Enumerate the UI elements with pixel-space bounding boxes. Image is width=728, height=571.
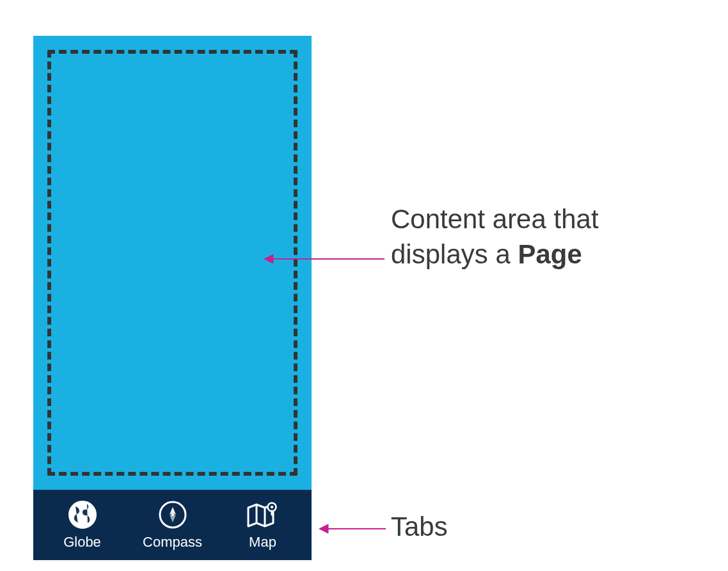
callout-arrow-content	[263, 249, 386, 269]
tab-compass[interactable]: Compass	[127, 499, 218, 551]
phone-frame: Globe Compass	[33, 36, 312, 560]
svg-marker-13	[319, 524, 328, 533]
svg-point-9	[270, 506, 273, 508]
callout-text-line2: displays a Page	[391, 237, 599, 272]
tab-label: Globe	[63, 534, 101, 551]
compass-icon	[158, 499, 187, 530]
globe-icon	[68, 499, 97, 530]
map-icon	[246, 499, 280, 530]
tab-label: Map	[249, 534, 276, 551]
svg-point-5	[171, 513, 174, 517]
callout-text-line1: Content area that	[391, 202, 599, 237]
callout-content-area: Content area that displays a Page	[391, 202, 599, 272]
svg-marker-11	[264, 254, 273, 263]
tab-bar: Globe Compass	[33, 490, 312, 560]
tab-globe[interactable]: Globe	[37, 499, 127, 551]
callout-tabs: Tabs	[391, 512, 448, 542]
callout-tabs-label: Tabs	[391, 512, 448, 542]
tab-map[interactable]: Map	[218, 499, 308, 551]
page-placeholder	[47, 50, 297, 476]
tab-label: Compass	[143, 534, 202, 551]
callout-arrow-tabs	[318, 519, 387, 538]
